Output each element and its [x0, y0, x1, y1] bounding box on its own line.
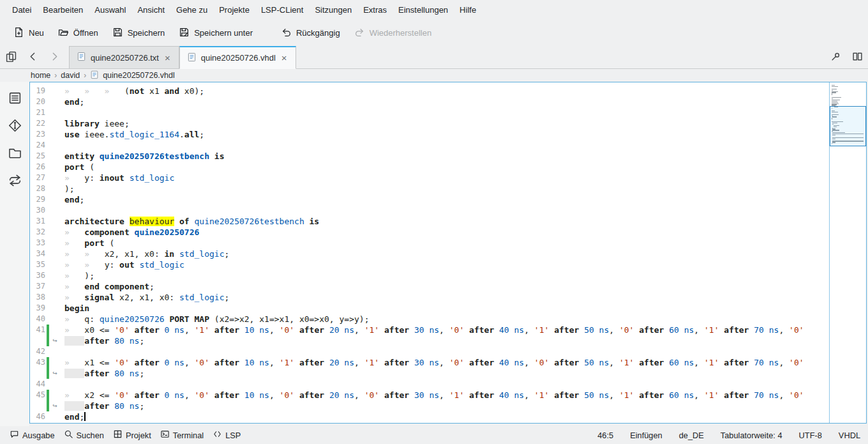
menu-item-extras[interactable]: Extras: [357, 2, 393, 18]
forward-icon: [49, 51, 60, 64]
code-line[interactable]: 31architecture behaviour of quine2025072…: [30, 216, 829, 227]
code-line[interactable]: 36» );: [30, 270, 829, 281]
statusbar-terminal-button[interactable]: Terminal: [156, 427, 208, 443]
menu-item-einstellungen[interactable]: Einstellungen: [393, 2, 454, 18]
toolview-button-projects[interactable]: [4, 143, 26, 165]
code-line[interactable]: 40» q: quine20250726 PORT MAP (x2=>x2, x…: [30, 314, 829, 325]
statusbar-projekt-button[interactable]: Projekt: [108, 427, 156, 443]
code-line[interactable]: 39begin: [30, 303, 829, 314]
code-line[interactable]: 42: [30, 346, 829, 357]
statusbar-item-de-de[interactable]: de_DE: [679, 431, 704, 440]
back-button[interactable]: [22, 46, 43, 68]
line-number: 26: [30, 162, 45, 172]
code-line[interactable]: 29end;: [30, 194, 829, 205]
pin-tab-button[interactable]: [825, 46, 846, 68]
speichern-button[interactable]: Speichern: [107, 22, 171, 44]
code-line[interactable]: 26port (: [30, 162, 829, 172]
wrap-marker-icon: [49, 422, 61, 423]
code-line[interactable]: 20end;: [30, 96, 829, 107]
statusbar-lsp-button[interactable]: LSP: [208, 427, 245, 443]
forward-button: [43, 46, 65, 68]
wrap-marker-icon: [49, 238, 61, 249]
menu-item-datei[interactable]: Datei: [6, 2, 37, 18]
toolview-button-git[interactable]: [4, 116, 26, 137]
menu-item-lsp-client[interactable]: LSP-CLient: [255, 2, 309, 18]
toolview-button-symbols[interactable]: [4, 88, 26, 110]
close-icon[interactable]: ×: [163, 52, 172, 64]
code-line[interactable]: 32» component quine20250726: [30, 227, 829, 238]
code-line[interactable]: 27» y: inout std_logic: [30, 172, 829, 183]
code-line[interactable]: 30: [30, 205, 829, 216]
minimap-viewport[interactable]: [830, 106, 866, 146]
wrap-marker-icon: [49, 183, 61, 194]
speichern-unter-button[interactable]: Speichern unter: [173, 22, 258, 44]
statusbar-item-einfugen[interactable]: Einfügen: [630, 431, 662, 440]
code-line[interactable]: ↪ after 80 ns;: [30, 401, 829, 411]
statusbar-item-tabulatorweite-4[interactable]: Tabulatorweite: 4: [721, 431, 782, 440]
breadcrumb-item-home[interactable]: home: [31, 71, 50, 80]
code-line[interactable]: ↪ after 80 ns;: [30, 335, 829, 346]
code-text: » );: [61, 270, 829, 281]
statusbar-item-46-5[interactable]: 46:5: [597, 431, 613, 440]
offnen-button[interactable]: Öffnen: [52, 22, 104, 44]
menu-item-hilfe[interactable]: Hilfe: [454, 2, 482, 18]
wrap-marker-icon: [49, 259, 61, 270]
wrap-marker-icon: [49, 270, 61, 281]
breadcrumb-item-david[interactable]: david: [61, 71, 80, 80]
code-line[interactable]: 38» signal x2, x1, x0: std_logic;: [30, 292, 829, 303]
statusbar-item-utf-8[interactable]: UTF-8: [799, 431, 822, 440]
toolview-button-compare[interactable]: [4, 171, 26, 192]
code-line[interactable]: 43» x1 <= '0' after 0 ns, '0' after 10 n…: [30, 357, 829, 368]
editor[interactable]: 19» » » (not x1 and x0);20end;2122librar…: [30, 82, 829, 423]
statusbar-suchen-button[interactable]: Suchen: [59, 427, 108, 443]
code-line[interactable]: 45» x2 <= '0' after 0 ns, '0' after 10 n…: [30, 390, 829, 401]
tab-quine20250726-vhdl[interactable]: quine20250726.vhdl×: [179, 46, 296, 69]
menu-item-bearbeiten[interactable]: Bearbeiten: [37, 2, 89, 18]
split-view-button[interactable]: [846, 46, 868, 68]
close-icon[interactable]: ×: [280, 52, 288, 64]
code-line[interactable]: 25entity quine20250726testbench is: [30, 151, 829, 162]
code-line[interactable]: 34» » x2, x1, x0: in std_logic;: [30, 249, 829, 259]
code-line[interactable]: 44: [30, 379, 829, 390]
tab-quine20250726-txt[interactable]: quine20250726.txt×: [69, 46, 179, 69]
code-line[interactable]: 28);: [30, 183, 829, 194]
code-line[interactable]: 24: [30, 140, 829, 151]
menu-item-gehe-zu[interactable]: Gehe zu: [170, 2, 213, 18]
menu-item-projekte[interactable]: Projekte: [213, 2, 255, 18]
breadcrumb-item-quine20250726-vhdl[interactable]: quine20250726.vhdl: [103, 71, 175, 80]
code-line[interactable]: 35» » y: out std_logic: [30, 259, 829, 270]
wrap-marker-icon: [49, 292, 61, 303]
text-cursor: [84, 412, 86, 421]
code-line[interactable]: 22library ieee;: [30, 118, 829, 129]
code-line[interactable]: 46end;: [30, 411, 829, 422]
code-line[interactable]: 37» end component;: [30, 281, 829, 292]
code-line[interactable]: 33» port (: [30, 238, 829, 249]
code-line[interactable]: 21: [30, 107, 829, 118]
left-sidebar: [0, 82, 29, 426]
line-number: 30: [30, 205, 45, 216]
line-number: 47: [30, 422, 45, 423]
back-icon: [27, 51, 38, 64]
line-number: 27: [30, 172, 45, 183]
line-number: [30, 335, 45, 346]
line-number: 33: [30, 238, 45, 249]
documents-toolview-button[interactable]: [0, 46, 22, 68]
menu-item-ansicht[interactable]: Ansicht: [131, 2, 170, 18]
code-line[interactable]: 19» » » (not x1 and x0);: [30, 86, 829, 96]
code-line[interactable]: ↪ after 80 ns;: [30, 368, 829, 379]
code-line[interactable]: 47: [30, 422, 829, 423]
code-line[interactable]: 41» x0 <= '0' after 0 ns, '1' after 10 n…: [30, 325, 829, 335]
pin-icon: [830, 51, 841, 64]
menu-item-auswahl[interactable]: Auswahl: [89, 2, 131, 18]
code-line[interactable]: 23use ieee.std_logic_1164.all;: [30, 129, 829, 140]
wrap-marker-icon: [49, 346, 61, 357]
menu-item-sitzungen[interactable]: Sitzungen: [309, 2, 357, 18]
wrap-marker-icon: [49, 227, 61, 238]
ruckgangig-button[interactable]: Rückgängig: [275, 22, 346, 44]
minimap[interactable]: [829, 82, 866, 423]
statusbar-item-vhdl[interactable]: VHDL: [839, 431, 860, 440]
neu-button[interactable]: Neu: [8, 22, 50, 44]
wrap-marker-icon: [49, 216, 61, 227]
statusbar-ausgabe-button[interactable]: Ausgabe: [5, 427, 59, 443]
file-icon: [187, 52, 197, 64]
